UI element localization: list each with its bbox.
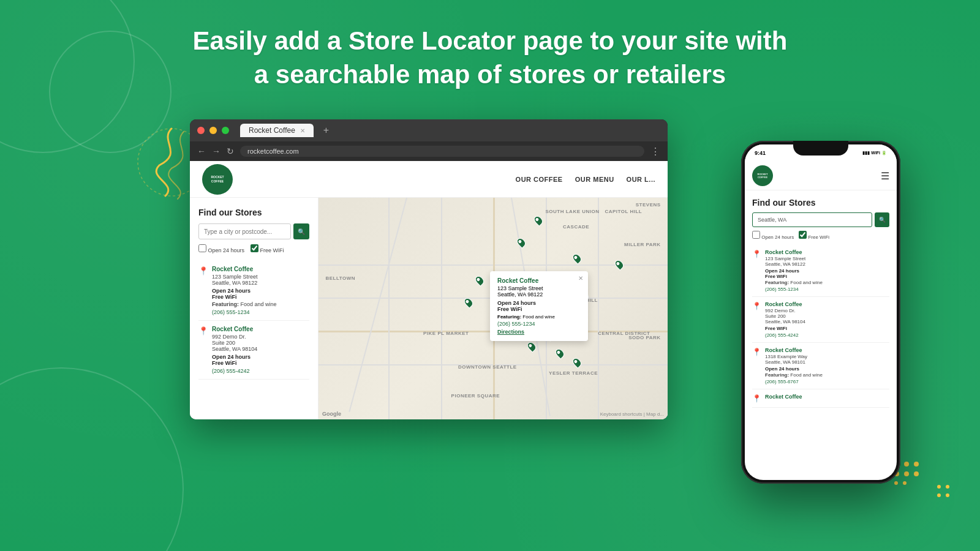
- browser-menu-btn[interactable]: ⋮: [650, 146, 660, 157]
- filter-open24[interactable]: Open 24 hours: [198, 244, 244, 253]
- browser-addressbar: ← → ↻ rocketcoffee.com ⋮: [190, 141, 668, 161]
- browser-titlebar: Rocket Coffee ✕ +: [190, 119, 668, 141]
- phone-store-name[interactable]: Rocket Coffee: [765, 301, 805, 307]
- phone-store-details: Rocket Coffee: [765, 394, 802, 403]
- dot: [904, 471, 909, 476]
- phone-store-pin-icon: 📍: [752, 250, 761, 292]
- phone-search-input[interactable]: [752, 212, 872, 227]
- map-popup-close-btn[interactable]: ✕: [578, 275, 583, 282]
- map-popup-tag-open24: Open 24 hours: [497, 300, 536, 306]
- filter-wifi[interactable]: Free WiFi: [251, 244, 284, 253]
- phone-store-tag-open24: Open 24 hours: [765, 366, 799, 372]
- phone-store-name[interactable]: Rocket Coffee: [765, 394, 802, 400]
- map-popup-phone[interactable]: (206) 555-1234: [497, 321, 581, 327]
- filter-open24-checkbox[interactable]: [198, 244, 206, 252]
- phone-filter-open24-checkbox[interactable]: [752, 231, 760, 239]
- nav-our-coffee[interactable]: OUR COFFEE: [516, 176, 563, 183]
- phone-store-address: 123 Sample Street: [765, 256, 823, 261]
- browser-window: Rocket Coffee ✕ + ← → ↻ rocketcoffee.com…: [190, 119, 668, 419]
- browser-url-input[interactable]: rocketcoffee.com: [240, 146, 644, 157]
- phone-time: 9:41: [755, 150, 766, 156]
- store-details: Rocket Coffee 123 Sample Street Seattle,…: [212, 266, 277, 315]
- store-city: Seattle, WA 98104: [212, 346, 257, 352]
- browser-tab-label: Rocket Coffee: [249, 126, 295, 135]
- store-tag-wifi: Free WiFi: [212, 294, 236, 300]
- search-box-row: 🔍: [198, 223, 309, 239]
- map-panel[interactable]: SOUTH LAKE UNION CAPITOL HILL STEVENS CA…: [318, 198, 668, 419]
- map-popup-tag-wifi: Free WiFi: [497, 306, 522, 312]
- phone-store-phone[interactable]: (206) 555-6767: [765, 379, 823, 384]
- browser-new-tab[interactable]: +: [323, 125, 329, 136]
- phone-filter-wifi-checkbox[interactable]: [799, 231, 807, 239]
- browser-maximize-btn[interactable]: [222, 127, 229, 134]
- store-list-panel: Find our Stores 🔍 Open 24 hours Free WiF…: [190, 198, 318, 419]
- phone-store-phone[interactable]: (206) 555-1234: [765, 287, 823, 292]
- headline: Easily add a Store Locator page to your …: [0, 24, 980, 91]
- map-label: STEVENS: [636, 202, 661, 208]
- phone-store-city: Seattle, WA 98104: [765, 319, 805, 324]
- google-logo: Google: [322, 411, 341, 417]
- store-address2: Suite 200: [212, 340, 257, 346]
- phone-search-btn[interactable]: 🔍: [875, 212, 889, 227]
- map-attribution: Keyboard shortcuts | Map d...: [600, 411, 664, 417]
- store-name[interactable]: Rocket Coffee: [212, 266, 277, 272]
- map-popup-address: 123 Sample Street: [497, 285, 581, 291]
- store-phone[interactable]: (206) 555-1234: [212, 309, 277, 315]
- phone-store-item: 📍 Rocket Coffee 992 Demo Dr. Suite 200 S…: [752, 297, 889, 343]
- phone-store-pin-icon: 📍: [752, 302, 761, 338]
- store-name[interactable]: Rocket Coffee: [212, 326, 257, 332]
- phone-menu-btn[interactable]: ☰: [881, 170, 889, 182]
- phone-screen: 9:41 ▮▮▮ WiFi 🔋 ROCKETCOFFEE ☰ Find our …: [745, 144, 897, 480]
- phone-filter-open24[interactable]: Open 24 hours: [752, 231, 794, 240]
- phone-store-pin-icon: 📍: [752, 348, 761, 384]
- phone-store-item: 📍 Rocket Coffee: [752, 389, 889, 408]
- decorative-dots-extra: [937, 485, 949, 502]
- browser-tab[interactable]: Rocket Coffee ✕: [240, 124, 314, 137]
- phone-store-details: Rocket Coffee 992 Demo Dr. Suite 200 Sea…: [765, 301, 805, 338]
- store-search-input[interactable]: [198, 223, 291, 239]
- dot: [937, 485, 941, 489]
- map-label: CAPITOL HILL: [605, 209, 642, 214]
- store-phone[interactable]: (206) 555-4242: [212, 368, 257, 374]
- store-tag-open24: Open 24 hours: [212, 288, 251, 294]
- phone-store-item: 📍 Rocket Coffee 1318 Example Way Seattle…: [752, 343, 889, 389]
- browser-refresh-btn[interactable]: ↻: [227, 146, 234, 156]
- filter-wifi-checkbox[interactable]: [251, 244, 258, 252]
- phone-content: Find our Stores 🔍 Open 24 hours Free WiF…: [745, 190, 897, 471]
- phone-store-tag-open24: Open 24 hours: [765, 268, 799, 274]
- filter-row: Open 24 hours Free WiFi: [198, 244, 309, 253]
- phone-store-tag-wifi: Free WiFi: [765, 274, 787, 279]
- find-stores-title: Find our Stores: [198, 208, 309, 217]
- browser-tab-close[interactable]: ✕: [300, 127, 305, 134]
- background: Easily add a Store Locator page to your …: [0, 0, 980, 551]
- nav-our-locations[interactable]: OUR L...: [627, 176, 655, 183]
- phone-signal: ▮▮▮ WiFi 🔋: [862, 151, 887, 156]
- website-nav: ROCKETCOFFEE OUR COFFEE OUR MENU OUR L..…: [190, 161, 668, 198]
- phone-store-name[interactable]: Rocket Coffee: [765, 249, 823, 255]
- store-search-btn[interactable]: 🔍: [293, 223, 309, 239]
- store-pin-icon: 📍: [198, 266, 208, 315]
- store-address: 123 Sample Street: [212, 274, 277, 280]
- phone-store-address: 1318 Example Way: [765, 354, 823, 359]
- browser-back-btn[interactable]: ←: [197, 146, 206, 156]
- browser-forward-btn[interactable]: →: [212, 146, 221, 156]
- dot: [914, 471, 919, 476]
- phone-store-city: Seattle, WA 98122: [765, 261, 823, 267]
- phone-filter-wifi[interactable]: Free WiFi: [799, 231, 829, 240]
- nav-our-menu[interactable]: OUR MENU: [575, 176, 614, 183]
- dot: [904, 462, 909, 467]
- phone-logo: ROCKETCOFFEE: [752, 165, 773, 186]
- phone-store-name[interactable]: Rocket Coffee: [765, 347, 823, 353]
- map-popup-directions[interactable]: Directions: [497, 329, 581, 335]
- website-content: ROCKETCOFFEE OUR COFFEE OUR MENU OUR L..…: [190, 161, 668, 419]
- map-background: SOUTH LAKE UNION CAPITOL HILL STEVENS CA…: [318, 198, 668, 419]
- phone-store-phone[interactable]: (206) 555-4242: [765, 332, 805, 338]
- map-label: MILLER PARK: [624, 242, 661, 247]
- nav-links: OUR COFFEE OUR MENU OUR L...: [516, 176, 655, 183]
- browser-minimize-btn[interactable]: [209, 127, 217, 134]
- store-item: 📍 Rocket Coffee 123 Sample Street Seattl…: [198, 261, 309, 321]
- phone-device: 9:41 ▮▮▮ WiFi 🔋 ROCKETCOFFEE ☰ Find our …: [741, 141, 900, 484]
- phone-search-row: 🔍: [752, 212, 889, 227]
- phone-find-stores-title: Find our Stores: [752, 198, 889, 208]
- browser-close-btn[interactable]: [197, 127, 205, 134]
